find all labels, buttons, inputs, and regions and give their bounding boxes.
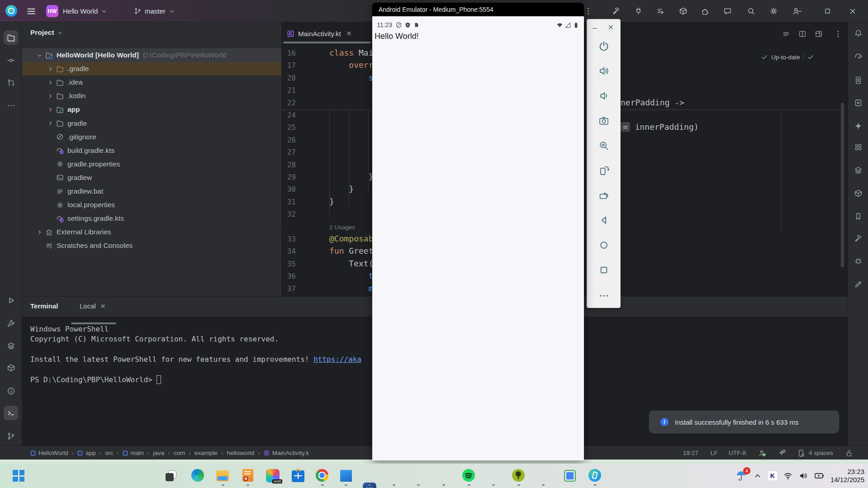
emulator-volume-down-icon[interactable] <box>597 89 611 103</box>
chevron-right-icon[interactable] <box>45 93 55 99</box>
device-plug-icon[interactable] <box>633 0 644 22</box>
emulator-minimize-button[interactable]: – <box>593 23 597 33</box>
version-control-icon[interactable] <box>4 429 18 443</box>
project-view-selector[interactable]: Project <box>30 26 63 39</box>
settings-gear-icon[interactable] <box>768 0 779 22</box>
breadcrumb[interactable]: HelloWorld›app›src›main›java›com›example… <box>30 446 309 460</box>
package-icon[interactable] <box>678 0 688 22</box>
emulator-power-icon[interactable] <box>597 39 611 53</box>
code-line-20[interactable]: se <box>329 73 378 82</box>
breadcrumb-item-src[interactable]: src <box>105 450 113 456</box>
editor-scrollbar[interactable] <box>841 103 844 267</box>
tree-item-gitignore[interactable]: .gitignore <box>22 130 281 144</box>
tree-item-gradle-properties[interactable]: gradle.properties <box>22 157 281 171</box>
tab-list-icon[interactable] <box>781 28 792 39</box>
emulator-rotate-cw-icon[interactable] <box>597 189 611 202</box>
chevron-right-icon[interactable] <box>45 120 55 127</box>
code-line-33[interactable]: @Composab <box>329 234 374 243</box>
usages-hint[interactable]: 2 Usages <box>329 224 355 231</box>
breadcrumb-item-app[interactable]: app <box>77 450 96 456</box>
project-folder-icon[interactable] <box>4 30 18 45</box>
editor-tab-mainactivity[interactable]: MainActivity.kt ✕ <box>287 27 351 40</box>
tree-item-app[interactable]: app <box>22 103 281 116</box>
editor-more-icon[interactable] <box>833 28 844 39</box>
problems-icon[interactable] <box>4 384 18 398</box>
assistant-pencil-icon[interactable] <box>851 277 865 291</box>
terminal-tab-close-icon[interactable]: ✕ <box>100 303 106 310</box>
doc-search-icon[interactable] <box>241 469 255 483</box>
emulator-overview-icon[interactable] <box>597 263 611 277</box>
run-icon[interactable] <box>4 293 18 308</box>
commit-icon[interactable] <box>4 53 18 67</box>
code-line-36[interactable]: te <box>329 271 378 280</box>
more-tool-windows-icon[interactable] <box>4 98 18 113</box>
tree-item-idea[interactable]: .idea <box>22 76 281 89</box>
breadcrumb-item-com[interactable]: com <box>174 450 185 456</box>
problems-bug-icon[interactable] <box>851 253 865 268</box>
breadcrumb-item-java[interactable]: java <box>153 450 165 456</box>
chevron-right-icon[interactable] <box>34 229 44 236</box>
lock-icon[interactable] <box>845 446 853 460</box>
tray-volume-icon[interactable] <box>799 471 808 480</box>
tree-item-local-properties[interactable]: local.properties <box>22 198 281 212</box>
app-insights-icon[interactable] <box>851 163 865 177</box>
terminal-icon[interactable] <box>4 406 18 420</box>
emulator-rotate-ccw-icon[interactable] <box>597 164 611 177</box>
copilot-m365-icon[interactable]: M365 <box>266 469 280 483</box>
chevron-right-icon[interactable] <box>45 66 55 72</box>
tab-close-icon[interactable]: ✕ <box>346 30 352 37</box>
spotify-icon[interactable] <box>462 469 476 483</box>
breadcrumb-item-helloworld[interactable]: HelloWorld <box>30 450 68 456</box>
tray-kite-icon[interactable]: K <box>768 471 777 480</box>
emulator-zoom-icon[interactable] <box>597 139 611 152</box>
pull-requests-icon[interactable] <box>4 76 18 90</box>
breadcrumb-item-example[interactable]: example <box>194 450 218 456</box>
tray-wifi-icon[interactable] <box>783 471 792 480</box>
terminal-link[interactable]: https://aka <box>313 355 361 364</box>
android-studio-taskbar-icon[interactable] <box>588 469 602 483</box>
ai-assistant-disabled-icon[interactable] <box>778 446 786 460</box>
breadcrumb-item-mainactivity-k[interactable]: MainActivity.k <box>264 450 309 456</box>
microsoft-store-icon[interactable] <box>292 469 305 483</box>
services-icon[interactable] <box>4 338 18 353</box>
breadcrumb-item-helloworld[interactable]: helloworld <box>227 450 254 456</box>
project-widget[interactable]: HW Hello World <box>46 0 108 22</box>
emulator-more-icon[interactable] <box>597 289 611 303</box>
code-line-34[interactable]: fun Greet <box>329 246 374 256</box>
running-devices-icon[interactable] <box>851 95 865 110</box>
split-editor-icon[interactable] <box>797 28 808 39</box>
tree-item-helloworld-hello-world[interactable]: HelloWorld [Hello World]D:\Coding\PBP\He… <box>22 48 281 62</box>
editor-layout-icon[interactable] <box>813 28 824 39</box>
tree-item-settings-gradle-kts[interactable]: settings.gradle.kts <box>22 212 281 225</box>
tray-battery-icon[interactable] <box>814 471 824 481</box>
plugins-icon[interactable] <box>700 0 711 22</box>
chevron-right-icon[interactable] <box>45 106 55 113</box>
tray-umbrella-icon[interactable]: 4 <box>735 470 747 482</box>
tree-item-external-libraries[interactable]: External Libraries <box>22 225 281 239</box>
vscode-icon[interactable] <box>339 469 353 483</box>
feedback-chat-icon[interactable] <box>722 0 733 22</box>
file-explorer-icon[interactable] <box>216 469 230 483</box>
emulator-volume-up-icon[interactable] <box>597 64 611 78</box>
inspections-widget[interactable]: Up-to-date <box>761 51 840 63</box>
device-manager-icon[interactable] <box>851 73 865 87</box>
tree-item-gradle[interactable]: .gradle <box>22 62 281 76</box>
main-menu-button[interactable] <box>26 0 36 22</box>
run-anything-icon[interactable] <box>655 0 666 22</box>
caret-position-widget[interactable]: 19:27 <box>683 446 698 460</box>
build-icon[interactable] <box>4 360 18 375</box>
window-close-button[interactable] <box>842 0 863 22</box>
code-line-25-right[interactable]: = innerPadding) <box>621 122 699 132</box>
search-everywhere-icon[interactable] <box>745 0 756 22</box>
vcs-branch-widget[interactable]: master <box>134 0 175 22</box>
emulator-screen[interactable]: 11:23 Hello World! <box>372 16 584 460</box>
code-line-30[interactable]: } <box>329 184 354 194</box>
window-minimize-button[interactable] <box>789 0 810 22</box>
start-button[interactable] <box>12 469 25 483</box>
structure-icon[interactable] <box>851 186 865 200</box>
build-tools-icon[interactable] <box>4 316 18 330</box>
chrome-icon[interactable] <box>316 469 329 483</box>
tree-item-gradle[interactable]: gradle <box>22 117 281 130</box>
line-separator-widget[interactable]: LF <box>711 446 718 460</box>
notifications-bell-icon[interactable] <box>851 26 865 40</box>
